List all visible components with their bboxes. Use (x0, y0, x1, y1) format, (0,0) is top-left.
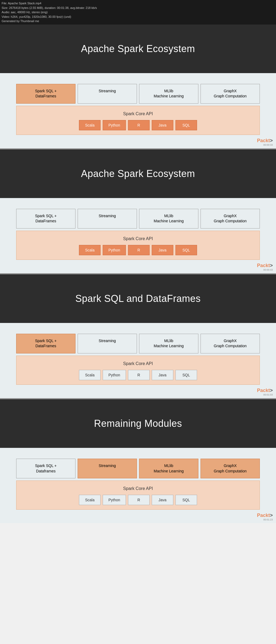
slide-2: Apache Spark EcosystemSpark SQL +DataFra… (0, 149, 276, 273)
slide-header-3: Spark SQL and DataFrames (0, 274, 276, 323)
file-info-line4: Video: h264, yuv420p, 1920x1080, 30.00 f… (2, 15, 274, 19)
module-box-2-2: Streaming (78, 209, 137, 229)
lang-btn-1-5[interactable]: SQL (175, 120, 197, 130)
packt-logo-1: Packt>00:00:33 (257, 138, 273, 146)
module-box-1-2: Streaming (78, 84, 137, 104)
file-info-bar: File: Apache Spark Stack.mp4 Size: 26764… (0, 0, 276, 25)
module-box-4-4: GraphXGraph Computation (201, 459, 260, 478)
lang-btn-4-3[interactable]: R (128, 495, 150, 505)
module-box-3-2: Streaming (78, 334, 137, 353)
top-modules-3: Spark SQL +DataFramesStreamingMLlibMachi… (16, 334, 260, 353)
slides-container: Apache Spark EcosystemSpark SQL +DataFra… (0, 25, 276, 523)
slide-1: Apache Spark EcosystemSpark SQL +DataFra… (0, 25, 276, 148)
core-api-box-4: Spark Core APIScalaPythonRJavaSQL (16, 481, 260, 510)
slide-content-2: Spark SQL +DataFramesStreamingMLlibMachi… (0, 198, 276, 273)
module-box-2-1: Spark SQL +DataFrames (16, 209, 75, 229)
module-box-3-1: Spark SQL +DataFrames (16, 334, 75, 353)
top-modules-2: Spark SQL +DataFramesStreamingMLlibMachi… (16, 209, 260, 229)
lang-btn-2-1[interactable]: Scala (79, 245, 101, 255)
file-info-line2: Size: 2676418 bytes (2.55 MiB), duration… (2, 6, 274, 10)
slide-content-3: Spark SQL +DataFramesStreamingMLlibMachi… (0, 323, 276, 398)
core-api-title-4: Spark Core API (21, 486, 255, 491)
packt-text-3: Packt> (257, 388, 273, 393)
core-api-title-3: Spark Core API (21, 361, 255, 366)
lang-btn-2-2[interactable]: Python (103, 245, 126, 255)
eco-diagram-4: Spark SQL +DataframesStreamingMLlibMachi… (16, 459, 260, 510)
lang-btn-3-1[interactable]: Scala (79, 370, 101, 380)
slide-3: Spark SQL and DataFramesSpark SQL +DataF… (0, 274, 276, 398)
packt-logo-3: Packt>00:01:03 (257, 388, 273, 396)
lang-btn-3-3[interactable]: R (128, 370, 150, 380)
file-info-line5: Generated by Thumbnail me (2, 19, 274, 23)
module-box-1-1: Spark SQL +DataFrames (16, 84, 75, 104)
slide-content-4: Spark SQL +DataframesStreamingMLlibMachi… (0, 448, 276, 523)
timestamp-3: 00:01:03 (257, 393, 273, 396)
core-api-buttons-2: ScalaPythonRJavaSQL (21, 245, 255, 255)
core-api-box-1: Spark Core APIScalaPythonRJavaSQL (16, 106, 260, 135)
slide-title-1: Apache Spark Ecosystem (81, 43, 195, 54)
timestamp-4: 00:01:23 (257, 518, 273, 521)
slide-header-2: Apache Spark Ecosystem (0, 149, 276, 198)
lang-btn-1-2[interactable]: Python (103, 120, 126, 130)
slide-header-4: Remaining Modules (0, 399, 276, 448)
lang-btn-2-4[interactable]: Java (152, 245, 173, 255)
lang-btn-1-4[interactable]: Java (152, 120, 173, 130)
packt-text-4: Packt> (257, 513, 273, 518)
module-box-4-1: Spark SQL +Dataframes (16, 459, 75, 478)
slide-header-1: Apache Spark Ecosystem (0, 25, 276, 73)
core-api-buttons-3: ScalaPythonRJavaSQL (21, 370, 255, 380)
file-info-line3: Audio: aac, 48000 Hz, stereo (eng) (2, 10, 274, 15)
eco-diagram-1: Spark SQL +DataFramesStreamingMLlibMachi… (16, 84, 260, 135)
module-box-4-2: Streaming (78, 459, 137, 478)
module-box-2-4: GraphXGraph Computation (201, 209, 260, 229)
module-box-3-4: GraphXGraph Computation (201, 334, 260, 353)
lang-btn-2-5[interactable]: SQL (175, 245, 197, 255)
eco-diagram-3: Spark SQL +DataFramesStreamingMLlibMachi… (16, 334, 260, 385)
module-box-4-3: MLlibMachine Learning (139, 459, 198, 478)
lang-btn-1-1[interactable]: Scala (79, 120, 101, 130)
slide-content-1: Spark SQL +DataFramesStreamingMLlibMachi… (0, 73, 276, 148)
module-box-1-3: MLlibMachine Learning (139, 84, 198, 104)
lang-btn-2-3[interactable]: R (128, 245, 150, 255)
core-api-title-1: Spark Core API (21, 111, 255, 116)
slide-4: Remaining ModulesSpark SQL +DataframesSt… (0, 399, 276, 523)
module-box-2-3: MLlibMachine Learning (139, 209, 198, 229)
slide-title-2: Apache Spark Ecosystem (81, 168, 195, 179)
eco-diagram-2: Spark SQL +DataFramesStreamingMLlibMachi… (16, 209, 260, 260)
slide-title-4: Remaining Modules (94, 418, 182, 429)
packt-logo-4: Packt>00:01:23 (257, 513, 273, 521)
core-api-box-3: Spark Core APIScalaPythonRJavaSQL (16, 356, 260, 385)
lang-btn-4-4[interactable]: Java (152, 495, 173, 505)
lang-btn-3-2[interactable]: Python (103, 370, 126, 380)
core-api-box-2: Spark Core APIScalaPythonRJavaSQL (16, 231, 260, 260)
core-api-buttons-1: ScalaPythonRJavaSQL (21, 120, 255, 130)
timestamp-2: 00:00:43 (257, 268, 273, 271)
lang-btn-4-5[interactable]: SQL (175, 495, 197, 505)
lang-btn-1-3[interactable]: R (128, 120, 150, 130)
core-api-title-2: Spark Core API (21, 236, 255, 241)
packt-logo-2: Packt>00:00:43 (257, 263, 273, 271)
packt-text-1: Packt> (257, 138, 273, 143)
file-info-line1: File: Apache Spark Stack.mp4 (2, 1, 274, 6)
lang-btn-3-4[interactable]: Java (152, 370, 173, 380)
top-modules-1: Spark SQL +DataFramesStreamingMLlibMachi… (16, 84, 260, 104)
module-box-3-3: MLlibMachine Learning (139, 334, 198, 353)
packt-text-2: Packt> (257, 263, 273, 268)
module-box-1-4: GraphXGraph Computation (201, 84, 260, 104)
lang-btn-4-2[interactable]: Python (103, 495, 126, 505)
slide-title-3: Spark SQL and DataFrames (75, 293, 201, 304)
timestamp-1: 00:00:33 (257, 144, 273, 146)
core-api-buttons-4: ScalaPythonRJavaSQL (21, 495, 255, 505)
top-modules-4: Spark SQL +DataframesStreamingMLlibMachi… (16, 459, 260, 478)
lang-btn-3-5[interactable]: SQL (175, 370, 197, 380)
lang-btn-4-1[interactable]: Scala (79, 495, 101, 505)
